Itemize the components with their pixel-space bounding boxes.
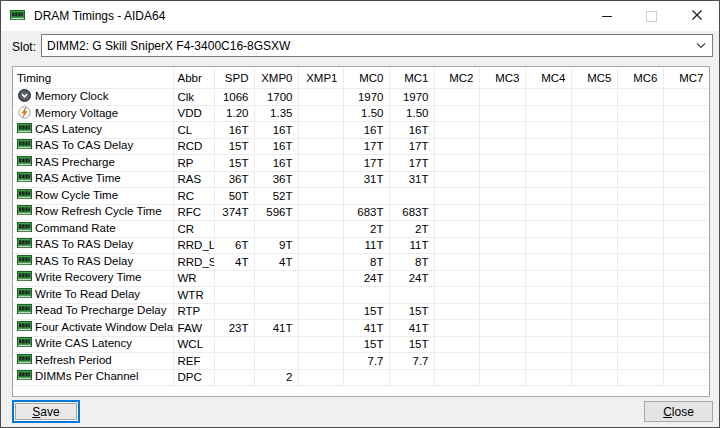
column-header-mc4[interactable]: MC4 (525, 67, 571, 89)
value-cell-xmp0 (254, 270, 298, 287)
maximize-icon (646, 11, 657, 22)
abbr-cell: RRD_S (173, 254, 214, 271)
value-cell-mc5 (571, 320, 617, 337)
value-cell-xmp0: 41T (254, 320, 298, 337)
value-cell-mc5 (571, 287, 617, 304)
value-cell-xmp1 (298, 171, 343, 188)
value-cell-mc3 (479, 155, 525, 172)
value-cell-mc1: 24T (389, 270, 434, 287)
value-cell-mc2 (434, 204, 479, 221)
value-cell-mc4 (525, 204, 571, 221)
value-cell-xmp1 (298, 138, 343, 155)
table-row[interactable]: Command RateCR2T2T (13, 221, 709, 238)
value-cell-mc6 (617, 155, 663, 172)
timing-label: RAS To RAS Delay (35, 255, 133, 267)
value-cell-mc3 (479, 204, 525, 221)
value-cell-mc3 (479, 171, 525, 188)
table-row[interactable]: Refresh PeriodREF7.77.7 (13, 353, 709, 370)
column-header-abbr[interactable]: Abbr (173, 67, 214, 89)
table-row[interactable]: Memory VoltageVDD1.201.351.501.50 (13, 105, 709, 122)
value-cell-xmp1 (298, 353, 343, 370)
dimm-icon (17, 255, 32, 269)
timing-label: CAS Latency (35, 123, 102, 135)
save-button[interactable]: Save (12, 400, 80, 423)
table-row[interactable]: DIMMs Per ChannelDPC2 (13, 369, 709, 386)
value-cell-mc6 (617, 287, 663, 304)
table-row[interactable]: Memory ClockClk1066170019701970 (13, 89, 709, 106)
table-row[interactable]: Row Cycle TimeRC50T52T (13, 188, 709, 205)
value-cell-xmp1 (298, 204, 343, 221)
value-cell-mc4 (525, 188, 571, 205)
value-cell-mc7 (663, 221, 709, 238)
value-cell-mc2 (434, 122, 479, 139)
timing-cell: Write To Read Delay (13, 287, 173, 304)
column-header-mc0[interactable]: MC0 (343, 67, 389, 89)
window-title: DRAM Timings - AIDA64 (34, 9, 165, 23)
value-cell-xmp0: 4T (254, 254, 298, 271)
column-header-mc5[interactable]: MC5 (571, 67, 617, 89)
value-cell-mc7 (663, 122, 709, 139)
table-row[interactable]: CAS LatencyCL16T16T16T16T (13, 122, 709, 139)
value-cell-mc6 (617, 221, 663, 238)
dimm-icon (10, 10, 27, 23)
timing-cell: Row Cycle Time (13, 188, 173, 205)
column-header-xmp1[interactable]: XMP1 (298, 67, 343, 89)
value-cell-mc1: 7.7 (389, 353, 434, 370)
column-header-mc3[interactable]: MC3 (479, 67, 525, 89)
close-icon (692, 9, 702, 23)
value-cell-spd (214, 270, 254, 287)
titlebar[interactable]: DRAM Timings - AIDA64 (1, 1, 719, 31)
value-cell-mc1 (389, 287, 434, 304)
abbr-cell: CL (173, 122, 214, 139)
close-window-button[interactable] (674, 1, 719, 31)
value-cell-mc5 (571, 89, 617, 106)
column-header-timing[interactable]: Timing (13, 67, 173, 89)
value-cell-mc2 (434, 171, 479, 188)
value-cell-mc6 (617, 303, 663, 320)
column-header-xmp0[interactable]: XMP0 (254, 67, 298, 89)
table-row[interactable]: Write CAS LatencyWCL15T15T (13, 336, 709, 353)
value-cell-mc5 (571, 122, 617, 139)
value-cell-mc1 (389, 369, 434, 386)
timing-label: RAS Precharge (35, 156, 115, 168)
value-cell-mc1: 16T (389, 122, 434, 139)
value-cell-mc2 (434, 287, 479, 304)
slot-combobox[interactable]: DIMM2: G Skill SniperX F4-3400C16-8GSXW (41, 34, 713, 57)
column-header-mc7[interactable]: MC7 (663, 67, 709, 89)
value-cell-mc6 (617, 105, 663, 122)
column-header-mc1[interactable]: MC1 (389, 67, 434, 89)
table-row[interactable]: RAS To CAS DelayRCD15T16T17T17T (13, 138, 709, 155)
value-cell-mc4 (525, 254, 571, 271)
close-button[interactable]: Close (644, 401, 713, 422)
value-cell-mc5 (571, 369, 617, 386)
table-row[interactable]: Row Refresh Cycle TimeRFC374T596T683T683… (13, 204, 709, 221)
table-row[interactable]: Write Recovery TimeWR24T24T (13, 270, 709, 287)
value-cell-xmp0: 9T (254, 237, 298, 254)
abbr-cell: DPC (173, 369, 214, 386)
value-cell-mc1 (389, 188, 434, 205)
value-cell-mc4 (525, 336, 571, 353)
value-cell-mc5 (571, 138, 617, 155)
value-cell-mc0: 1.50 (343, 105, 389, 122)
table-row[interactable]: RAS To RAS DelayRRD_S4T4T8T8T (13, 254, 709, 271)
dimm-icon (17, 222, 32, 236)
value-cell-spd (214, 303, 254, 320)
voltage-icon (17, 106, 32, 121)
table-row[interactable]: RAS To RAS DelayRRD_L6T9T11T11T (13, 237, 709, 254)
value-cell-xmp1 (298, 254, 343, 271)
table-row[interactable]: RAS PrechargeRP15T16T17T17T (13, 155, 709, 172)
column-header-mc6[interactable]: MC6 (617, 67, 663, 89)
value-cell-mc5 (571, 171, 617, 188)
value-cell-mc2 (434, 303, 479, 320)
column-header-mc2[interactable]: MC2 (434, 67, 479, 89)
timing-label: Read To Precharge Delay (35, 304, 166, 316)
table-row[interactable]: Write To Read DelayWTR (13, 287, 709, 304)
table-row[interactable]: RAS Active TimeRAS36T36T31T31T (13, 171, 709, 188)
table-row[interactable]: Four Activate Window DelayFAW23T41T41T41… (13, 320, 709, 337)
abbr-cell: RCD (173, 138, 214, 155)
table-row[interactable]: Read To Precharge DelayRTP15T15T (13, 303, 709, 320)
column-header-spd[interactable]: SPD (214, 67, 254, 89)
minimize-button[interactable] (584, 1, 629, 31)
value-cell-mc7 (663, 336, 709, 353)
value-cell-mc0: 15T (343, 336, 389, 353)
